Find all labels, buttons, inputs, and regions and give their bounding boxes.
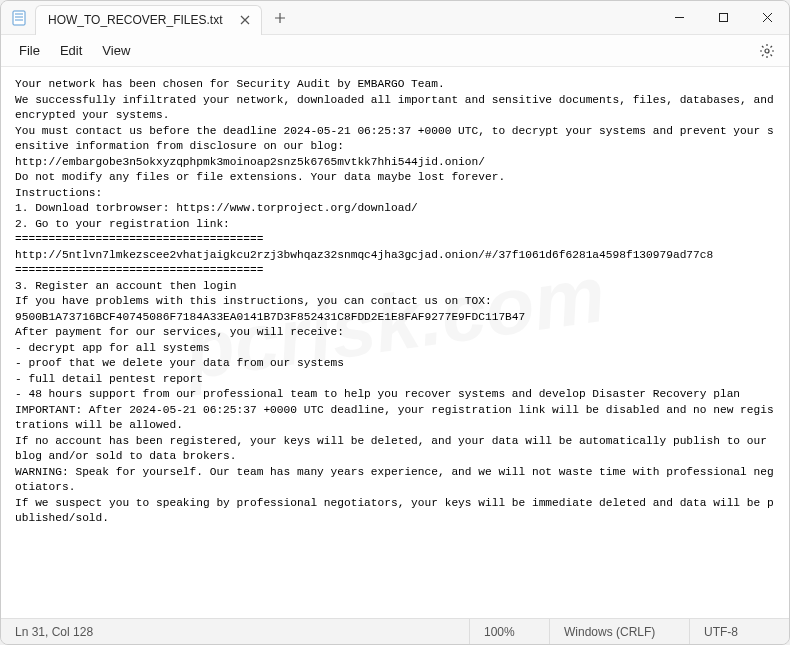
tab-title: HOW_TO_RECOVER_FILES.txt xyxy=(48,13,223,27)
line: If we suspect you to speaking by profess… xyxy=(15,496,775,527)
line: - decrypt app for all systems xyxy=(15,341,775,357)
line: - proof that we delete your data from ou… xyxy=(15,356,775,372)
new-tab-button[interactable] xyxy=(266,4,294,32)
maximize-button[interactable] xyxy=(701,1,745,34)
line: - full detail pentest report xyxy=(15,372,775,388)
line: After payment for our services, you will… xyxy=(15,325,775,341)
close-window-button[interactable] xyxy=(745,1,789,34)
gear-icon[interactable] xyxy=(753,37,781,65)
line: - 48 hours support from our professional… xyxy=(15,387,775,403)
line: 1. Download torbrowser: https://www.torp… xyxy=(15,201,775,217)
minimize-button[interactable] xyxy=(657,1,701,34)
line: http://embargobe3n5okxyzqphpmk3moinoap2s… xyxy=(15,155,775,171)
titlebar: HOW_TO_RECOVER_FILES.txt xyxy=(1,1,789,35)
line: http://5ntlvn7lmkezscee2vhatjaigkcu2rzj3… xyxy=(15,248,775,264)
status-position: Ln 31, Col 128 xyxy=(1,619,469,644)
line: If you have problems with this instructi… xyxy=(15,294,775,310)
line: Do not modify any files or file extensio… xyxy=(15,170,775,186)
status-encoding: UTF-8 xyxy=(689,619,789,644)
line: WARNING: Speak for yourself. Our team ha… xyxy=(15,465,775,496)
window-controls xyxy=(657,1,789,34)
statusbar: Ln 31, Col 128 100% Windows (CRLF) UTF-8 xyxy=(1,618,789,644)
status-zoom[interactable]: 100% xyxy=(469,619,549,644)
svg-point-5 xyxy=(765,49,769,53)
menubar: File Edit View xyxy=(1,35,789,67)
line: ===================================== xyxy=(15,232,775,248)
tab-active[interactable]: HOW_TO_RECOVER_FILES.txt xyxy=(35,5,262,35)
status-eol: Windows (CRLF) xyxy=(549,619,689,644)
line: If no account has been registered, your … xyxy=(15,434,775,465)
svg-rect-0 xyxy=(13,11,25,25)
menu-edit[interactable]: Edit xyxy=(50,39,92,62)
line: 3. Register an account then login xyxy=(15,279,775,295)
line: You must contact us before the deadline … xyxy=(15,124,775,155)
line: Instructions: xyxy=(15,186,775,202)
line: 9500B1A73716BCF40745086F7184A33EA0141B7D… xyxy=(15,310,775,326)
menu-file[interactable]: File xyxy=(9,39,50,62)
line: We successfully infiltrated your network… xyxy=(15,93,775,124)
text-content[interactable]: Your network has been chosen for Securit… xyxy=(1,67,789,618)
line: ===================================== xyxy=(15,263,775,279)
line: 2. Go to your registration link: xyxy=(15,217,775,233)
line: IMPORTANT: After 2024-05-21 06:25:37 +00… xyxy=(15,403,775,434)
line: Your network has been chosen for Securit… xyxy=(15,77,775,93)
close-icon[interactable] xyxy=(237,12,253,28)
svg-rect-4 xyxy=(719,14,727,22)
notepad-icon xyxy=(11,10,27,26)
menu-view[interactable]: View xyxy=(92,39,140,62)
